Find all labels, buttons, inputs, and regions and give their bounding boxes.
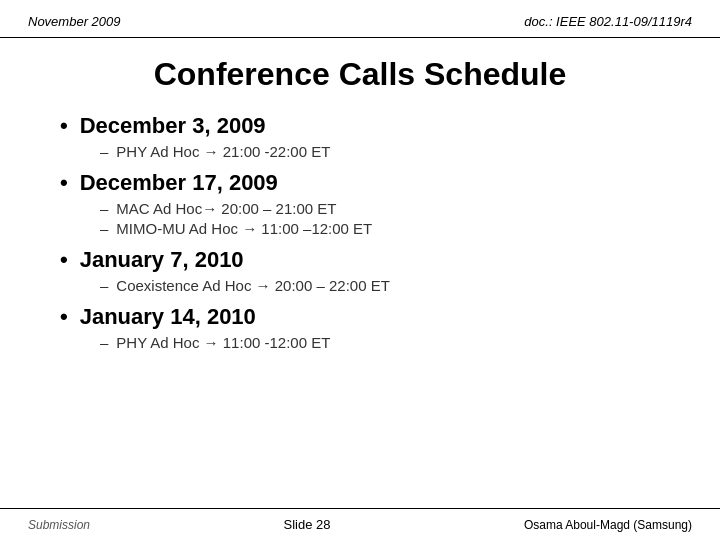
bullet-label-3: January 7, 2010: [80, 247, 244, 273]
bullet-heading-1: • December 3, 2009: [60, 113, 670, 139]
footer-author: Osama Aboul-Magd (Samsung): [524, 518, 692, 532]
bullet-label-1: December 3, 2009: [80, 113, 266, 139]
content-area: • December 3, 2009 – PHY Ad Hoc → 21:00 …: [0, 105, 720, 351]
bullet-label-4: January 14, 2010: [80, 304, 256, 330]
sub-item-4-1: – PHY Ad Hoc → 11:00 -12:00 ET: [100, 334, 670, 351]
bullet-item-2: • December 17, 2009 – MAC Ad Hoc→ 20:00 …: [60, 170, 670, 237]
footer-slide-number: Slide 28: [283, 517, 330, 532]
sub-item-1-1: – PHY Ad Hoc → 21:00 -22:00 ET: [100, 143, 670, 160]
header-right: doc.: IEEE 802.11-09/1119r4: [524, 14, 692, 29]
sub-item-2-1: – MAC Ad Hoc→ 20:00 – 21:00 ET: [100, 200, 670, 217]
slide-footer: Submission Slide 28 Osama Aboul-Magd (Sa…: [0, 508, 720, 540]
slide: November 2009 doc.: IEEE 802.11-09/1119r…: [0, 0, 720, 540]
bullet-item-3: • January 7, 2010 – Coexistence Ad Hoc →…: [60, 247, 670, 294]
bullet-heading-2: • December 17, 2009: [60, 170, 670, 196]
sub-items-1: – PHY Ad Hoc → 21:00 -22:00 ET: [60, 143, 670, 160]
footer-submission: Submission: [28, 518, 90, 532]
slide-title: Conference Calls Schedule: [28, 56, 692, 93]
sub-items-4: – PHY Ad Hoc → 11:00 -12:00 ET: [60, 334, 670, 351]
slide-header: November 2009 doc.: IEEE 802.11-09/1119r…: [0, 0, 720, 38]
bullet-label-2: December 17, 2009: [80, 170, 278, 196]
bullet-item-1: • December 3, 2009 – PHY Ad Hoc → 21:00 …: [60, 113, 670, 160]
bullet-dot-1: •: [60, 113, 68, 139]
title-area: Conference Calls Schedule: [0, 38, 720, 105]
bullet-item-4: • January 14, 2010 – PHY Ad Hoc → 11:00 …: [60, 304, 670, 351]
bullet-dot-2: •: [60, 170, 68, 196]
bullet-heading-3: • January 7, 2010: [60, 247, 670, 273]
sub-item-2-2: – MIMO-MU Ad Hoc → 11:00 –12:00 ET: [100, 220, 670, 237]
sub-items-3: – Coexistence Ad Hoc → 20:00 – 22:00 ET: [60, 277, 670, 294]
bullet-dot-4: •: [60, 304, 68, 330]
sub-items-2: – MAC Ad Hoc→ 20:00 – 21:00 ET – MIMO-MU…: [60, 200, 670, 237]
sub-item-3-1: – Coexistence Ad Hoc → 20:00 – 22:00 ET: [100, 277, 670, 294]
header-left: November 2009: [28, 14, 121, 29]
bullet-heading-4: • January 14, 2010: [60, 304, 670, 330]
bullet-dot-3: •: [60, 247, 68, 273]
